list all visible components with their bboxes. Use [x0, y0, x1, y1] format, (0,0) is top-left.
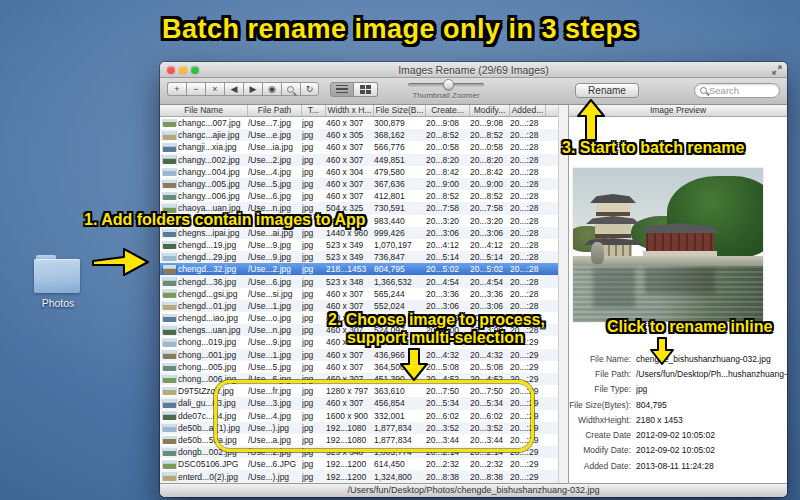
table-row[interactable]: chengd...32.jpg/Use...2.jpgjpg218...1453…	[160, 263, 558, 275]
table-row[interactable]: changji...xia.jpg/Use...ia.jpgjpg460 x 3…	[160, 141, 558, 153]
metadata-label: File Path:	[569, 369, 631, 379]
file-thumbnail	[163, 399, 176, 408]
cell-size: 368,162	[374, 129, 426, 141]
column-header[interactable]: File Path	[248, 105, 302, 116]
cell-cre: 20...4:32	[426, 349, 470, 361]
cell-type: jpg	[302, 324, 326, 336]
column-header[interactable]: Create...	[426, 105, 470, 116]
table-row[interactable]: changy...002.jpg/Use...2.jpgjpg460 x 307…	[160, 154, 558, 166]
slider-knob[interactable]	[443, 79, 454, 90]
cell-dims: 460 x 307	[326, 361, 374, 373]
multi-selection-highlight-ring	[214, 380, 534, 452]
cell-name: chengd...iao.jpg	[178, 312, 248, 324]
cell-type: jpg	[302, 178, 326, 190]
cell-add: 20...:29	[510, 349, 546, 361]
step2-down-arrow-icon	[400, 348, 428, 381]
column-header[interactable]: File Name	[160, 105, 248, 116]
file-thumbnail	[163, 229, 176, 238]
search-button[interactable]	[281, 82, 300, 96]
delete-button[interactable]: ×	[205, 82, 224, 96]
metadata-label: Added Date:	[569, 461, 631, 471]
cell-size: 999,426	[374, 227, 426, 239]
table-row[interactable]: changc...ajie.jpg/Use...e.jpgjpg460 x 30…	[160, 129, 558, 141]
refresh-button[interactable]: ↻	[300, 82, 319, 96]
metadata-label: File Name:	[569, 354, 631, 364]
cell-dims: 192...1200	[326, 471, 374, 483]
previous-button[interactable]: ◀	[224, 82, 243, 96]
table-row[interactable]: chong...001.jpg/Use...1.jpgjpg460 x 3074…	[160, 349, 558, 361]
table-row[interactable]: changy...006.jpg/Use...6.jpgjpg460 x 307…	[160, 190, 558, 202]
table-header[interactable]: File NameFile PathT...Width x H...File S…	[160, 105, 558, 117]
cell-size: 412,801	[374, 190, 426, 202]
list-view-button[interactable]	[330, 82, 354, 97]
table-row[interactable]: chengd...gsi.jpg/Use...si.jpgjpg460 x 30…	[160, 288, 558, 300]
vertical-scrollbar[interactable]	[558, 105, 568, 483]
metadata-value[interactable]: 2180 x 1453	[636, 415, 683, 425]
cell-name: chengd...01.jpg	[178, 300, 248, 312]
thumbnail-zoomer-slider[interactable]	[408, 83, 484, 87]
remove-button[interactable]: −	[186, 82, 205, 96]
cell-size: 1,070,197	[374, 239, 426, 251]
cell-size: 983,440	[374, 215, 426, 227]
metadata-row: File Name:chengde_bishushanzhuang-032.jp…	[569, 351, 787, 366]
cell-name: changc...007.jpg	[178, 117, 248, 129]
cell-add: 20...:28	[510, 117, 546, 129]
metadata-value[interactable]: jpg	[636, 384, 647, 394]
metadata-value[interactable]: /Users/fun/Desktop/Ph...hushanzhuang-032…	[636, 369, 787, 379]
annotation-rename-inline: Click to rename inline	[607, 318, 772, 336]
cell-cre: 20...2:32	[426, 458, 470, 470]
table-row[interactable]: enterd...0(2).jpg/Use...).jpgjpg192...12…	[160, 470, 558, 482]
search-input[interactable]	[709, 85, 769, 96]
metadata-label: File Type:	[569, 384, 631, 394]
table-row[interactable]: changy...004.jpg/Use...4.jpgjpg460 x 304…	[160, 166, 558, 178]
search-field[interactable]	[694, 83, 780, 98]
cell-add: 20...:28	[510, 166, 546, 178]
annotation-step3: 3. Start to batch rename	[562, 139, 744, 157]
cell-path: /Use...5.jpg	[248, 361, 302, 373]
column-header[interactable]: Width x H...	[326, 105, 374, 116]
table-row[interactable]: DSC05106.JPG/Use...6.JPGjpg192...1200614…	[160, 458, 558, 470]
file-thumbnail	[163, 143, 176, 152]
cell-size: 479,580	[374, 166, 426, 178]
cell-path: /Use...1.jpg	[248, 300, 302, 312]
cell-name: chengd...29.jpg	[178, 251, 248, 263]
cell-path: /Use...5.jpg	[248, 178, 302, 190]
cell-add: 20...:28	[510, 227, 546, 239]
cell-type: jpg	[302, 190, 326, 202]
cell-size: 566,776	[374, 141, 426, 153]
metadata-value[interactable]: 804,795	[636, 400, 667, 410]
add-button[interactable]: +	[167, 82, 186, 96]
column-header[interactable]: T...	[302, 105, 326, 116]
quick-look-button[interactable]: ◉	[262, 82, 281, 96]
metadata-value[interactable]: 2012-09-02 10:05:02	[636, 430, 715, 440]
file-thumbnail	[163, 180, 176, 189]
search-icon	[286, 85, 296, 95]
column-header[interactable]: Added...	[510, 105, 546, 116]
grid-view-button[interactable]	[354, 82, 378, 97]
photos-folder[interactable]: Photos	[34, 255, 84, 313]
cell-name: changy...004.jpg	[178, 166, 248, 178]
table-row[interactable]: chengd...19.jpg/Use...9.jpgjpg523 x 3491…	[160, 239, 558, 251]
column-header[interactable]: File Size(B...	[374, 105, 426, 116]
resize-icon[interactable]	[772, 65, 782, 75]
metadata-value[interactable]: 2013-08-11 11:24:28	[636, 461, 714, 471]
cell-name: chengd...19.jpg	[178, 239, 248, 251]
table-row[interactable]: chengd...36.jpg/Use...6.jpgjpg523 x 3481…	[160, 275, 558, 287]
table-row[interactable]: changy...005.jpg/Use...5.jpgjpg460 x 307…	[160, 178, 558, 190]
cell-mod: 20...0:58	[470, 141, 510, 153]
cell-dims: 523 x 348	[326, 276, 374, 288]
table-row[interactable]: chong...005.jpg/Use...5.jpgjpg460 x 3073…	[160, 361, 558, 373]
metadata-value[interactable]: 2012-09-02 10:05:02	[636, 445, 715, 455]
cell-size: 367,636	[374, 178, 426, 190]
next-button[interactable]: ▶	[243, 82, 262, 96]
rename-button[interactable]: Rename	[575, 83, 639, 98]
metadata-row: Modify Date:2012-09-02 10:05:02	[569, 443, 787, 458]
file-thumbnail	[163, 460, 176, 469]
file-metadata: File Name:chengde_bishushanzhuang-032.jp…	[569, 351, 787, 473]
table-row[interactable]: changc...007.jpg/Use...7.jpgjpg460 x 307…	[160, 117, 558, 129]
table-row[interactable]: chengd...29.jpg/Use...9.jpgjpg523 x 3497…	[160, 251, 558, 263]
cell-dims: 460 x 307	[326, 288, 374, 300]
window-titlebar[interactable]: Images Rename (29/69 Images)	[160, 62, 787, 78]
thumbnail-zoomer: Thumbnail Zoomer	[408, 83, 484, 100]
column-header[interactable]: Modify...	[470, 105, 510, 116]
